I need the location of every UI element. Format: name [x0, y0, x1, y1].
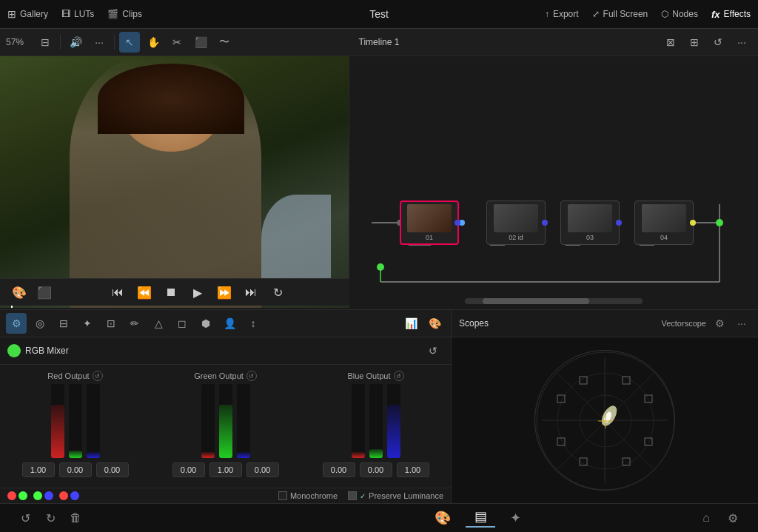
blue-blue-slider[interactable]	[387, 384, 400, 458]
settings-btn[interactable]: ⚙	[722, 508, 743, 528]
dot-group-rb[interactable]	[59, 491, 79, 500]
scope-chart-btn[interactable]: 📊	[400, 313, 421, 334]
overflow-btn[interactable]: ···	[731, 32, 752, 53]
blue-g-value[interactable]	[360, 462, 392, 477]
blue-r-value[interactable]	[323, 462, 355, 477]
green-value-inputs	[172, 462, 279, 477]
tracking-btn[interactable]: 👤	[219, 313, 240, 334]
fullscreen-icon: ⤢	[592, 9, 600, 19]
delete-nav-btn[interactable]: 🗑	[65, 508, 86, 528]
green-green-slider[interactable]	[219, 384, 232, 458]
nodes-label: Nodes	[672, 9, 698, 19]
hand-tool-btn[interactable]: ✋	[143, 32, 164, 53]
preserve-luminance-checkbox[interactable]	[348, 491, 357, 500]
node-editor[interactable]: 01 02 id 03 04	[349, 56, 758, 308]
node-02[interactable]: 02 id	[486, 201, 546, 245]
blue-value-inputs	[323, 462, 429, 477]
preserve-luminance-label[interactable]: ✓ Preserve Luminance	[348, 491, 443, 500]
next-frame-btn[interactable]: ⏩	[214, 282, 235, 303]
blue-reset-btn[interactable]: ↺	[394, 371, 404, 381]
effects-nav[interactable]: fx Effects	[711, 9, 751, 20]
monochrome-checkbox[interactable]	[278, 491, 287, 500]
scope-palette-btn[interactable]: 🎨	[424, 313, 445, 334]
red-blue-slider[interactable]	[87, 384, 100, 458]
dot-group-rg[interactable]	[7, 491, 27, 500]
qualif-btn[interactable]: ⊡	[101, 313, 121, 334]
preview-video	[0, 56, 349, 308]
red-g-value[interactable]	[59, 462, 92, 477]
rgb-mixer-reset-btn[interactable]: ↺	[423, 340, 443, 361]
bottom-left-btns: ↺ ↻ 🗑	[15, 508, 86, 528]
curves-btn[interactable]: ◎	[30, 313, 50, 334]
green-r-value[interactable]	[172, 462, 205, 477]
transform-btn[interactable]: ↕	[243, 313, 264, 334]
color-grade-btn[interactable]: 🎨	[9, 282, 30, 303]
hsl-btn[interactable]: ✦	[77, 313, 98, 334]
tab-fx[interactable]: ✦	[510, 510, 521, 526]
toolbar-left: 57% ⊟ 🔊 ··· ↖ ✋ ✂ ⬛ 〜	[6, 32, 657, 53]
export-nav[interactable]: ↑ Export	[545, 9, 579, 19]
tab-color[interactable]: 🎨	[435, 510, 451, 526]
skip-to-end-btn[interactable]: ⏭	[241, 282, 261, 303]
redo-nav-btn[interactable]: ↻	[40, 508, 61, 528]
red-green-slider[interactable]	[69, 384, 82, 458]
home-btn[interactable]: ⌂	[696, 508, 717, 528]
image-view-btn[interactable]: ⊠	[660, 32, 681, 53]
volume-btn[interactable]: 🔊	[65, 32, 86, 53]
more-options-btn[interactable]: ···	[89, 32, 110, 53]
green-blue-slider[interactable]	[237, 384, 250, 458]
red-r-value[interactable]	[22, 462, 55, 477]
layer-btn[interactable]: ⬛	[34, 282, 55, 303]
layer-tool-btn[interactable]: ⬛	[190, 32, 211, 53]
export-label: Export	[553, 9, 579, 19]
scopes-settings-btn[interactable]: ⚙	[711, 314, 728, 332]
view-toggle-btn[interactable]: ⊟	[35, 32, 56, 53]
top-nav: ⊞ Gallery 🎞 LUTs 🎬 Clips Test ↑ Export ⤢…	[0, 0, 758, 29]
monochrome-label[interactable]: Monochrome	[278, 491, 338, 500]
skip-to-start-btn[interactable]: ⏮	[107, 282, 128, 303]
bottom-right-btns: ⌂ ⚙	[696, 508, 743, 528]
red-red-slider[interactable]	[51, 384, 64, 458]
undo-nav-btn[interactable]: ↺	[15, 508, 36, 528]
gallery-nav[interactable]: ⊞ Gallery	[7, 8, 48, 20]
red-b-value[interactable]	[96, 462, 129, 477]
mask-btn[interactable]: ◻	[172, 313, 192, 334]
play-btn[interactable]: ▶	[187, 282, 208, 303]
green-reset-btn[interactable]: ↺	[246, 371, 257, 381]
blue-b-value[interactable]	[397, 462, 429, 477]
loop-btn[interactable]: ↻	[267, 282, 288, 303]
blue-green-slider[interactable]	[369, 384, 383, 458]
clips-nav[interactable]: 🎬 Clips	[107, 9, 142, 19]
green-red-slider[interactable]	[201, 384, 215, 458]
scopes-title: Scopes	[459, 318, 489, 329]
undo-btn[interactable]: ↺	[708, 32, 728, 53]
blur-btn[interactable]: ⬢	[195, 313, 216, 334]
grid-view-btn[interactable]: ⊞	[684, 32, 705, 53]
color-wheels-btn[interactable]: ⚙	[6, 313, 27, 334]
arrow-tool-btn[interactable]: ↖	[119, 32, 140, 53]
dot-group-gb[interactable]	[33, 491, 53, 500]
wave-tool-btn[interactable]: 〜	[214, 32, 235, 53]
red-reset-btn[interactable]: ↺	[93, 371, 103, 381]
nodes-nav[interactable]: ⬡ Nodes	[661, 9, 698, 19]
node-03[interactable]: 03	[560, 201, 620, 245]
shapes-btn[interactable]: △	[148, 313, 169, 334]
gallery-icon: ⊞	[7, 8, 16, 20]
node-scrollbar[interactable]	[465, 298, 643, 304]
stop-btn[interactable]: ⏹	[161, 282, 181, 303]
top-nav-left: ⊞ Gallery 🎞 LUTs 🎬 Clips	[7, 8, 142, 20]
prev-frame-btn[interactable]: ⏪	[134, 282, 155, 303]
green-b-value[interactable]	[246, 462, 279, 477]
scopes-more-btn[interactable]: ···	[733, 314, 751, 332]
blue-red-slider[interactable]	[352, 384, 365, 458]
tab-timeline[interactable]: ▤	[466, 508, 495, 528]
green-g-value[interactable]	[209, 462, 242, 477]
fullscreen-nav[interactable]: ⤢ Full Screen	[592, 9, 648, 19]
input-btn[interactable]: ⊟	[53, 313, 74, 334]
node-04[interactable]: 04	[634, 201, 694, 245]
node-01-thumb	[407, 204, 452, 232]
node-01[interactable]: 01	[400, 201, 459, 245]
clip-tool-btn[interactable]: ✂	[167, 32, 187, 53]
luts-nav[interactable]: 🎞 LUTs	[61, 9, 94, 19]
eyedropper-btn[interactable]: ✏	[124, 313, 145, 334]
